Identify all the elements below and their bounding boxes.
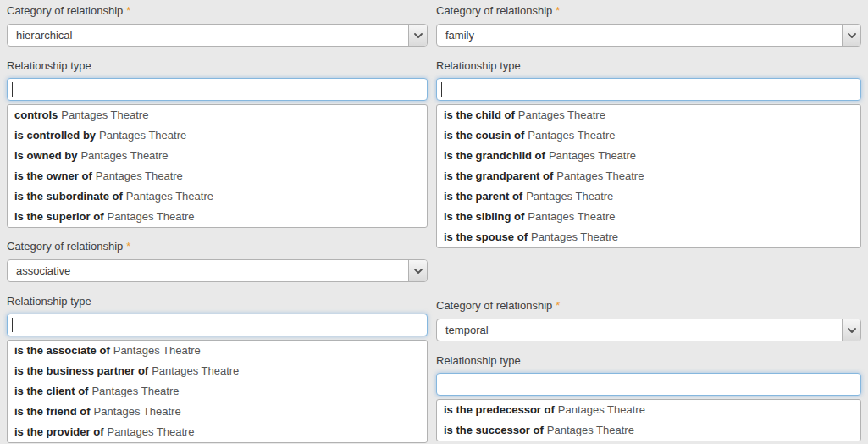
relationship-type-input[interactable]	[436, 78, 861, 101]
suggestion-item[interactable]: is the cousin ofPantages Theatre	[437, 125, 860, 146]
suggestion-target: Pantages Theatre	[113, 344, 201, 357]
suggestion-target: Pantages Theatre	[526, 190, 613, 203]
suggestion-term: is the business partner of	[14, 364, 148, 377]
text-caret	[12, 82, 13, 97]
suggestion-target: Pantages Theatre	[94, 405, 181, 418]
required-asterisk: *	[126, 4, 130, 17]
suggestion-target: Pantages Theatre	[126, 190, 213, 203]
suggestions-list: is the associate ofPantages Theatre is t…	[7, 340, 428, 443]
category-label: Category of relationship*	[436, 4, 861, 19]
suggestion-item[interactable]: is the grandparent ofPantages Theatre	[437, 166, 860, 186]
relationship-type-label: Relationship type	[7, 59, 428, 75]
suggestion-target: Pantages Theatre	[528, 129, 615, 142]
suggestion-item[interactable]: controlsPantages Theatre	[8, 105, 427, 125]
suggestion-target: Pantages Theatre	[99, 129, 186, 142]
category-select-value: hierarchical	[8, 25, 427, 46]
suggestion-item[interactable]: is the associate ofPantages Theatre	[8, 341, 427, 361]
suggestion-term: is the child of	[444, 108, 515, 121]
suggestion-term: is the associate of	[14, 344, 110, 357]
suggestion-item[interactable]: is the provider ofPantages Theatre	[8, 422, 427, 442]
suggestion-term: is the provider of	[14, 425, 103, 438]
category-label: Category of relationship*	[7, 4, 428, 19]
suggestion-term: is the sibling of	[444, 210, 524, 223]
suggestion-term: is the client of	[14, 385, 88, 397]
suggestions-list: controlsPantages Theatre is controlled b…	[7, 104, 428, 228]
relationship-form-associative: Category of relationship* associative Re…	[7, 240, 428, 443]
required-asterisk: *	[126, 240, 130, 253]
suggestion-term: is the owner of	[14, 169, 92, 182]
suggestion-item[interactable]: is the subordinate ofPantages Theatre	[8, 186, 427, 207]
category-label-text: Category of relationship	[436, 299, 552, 312]
category-select[interactable]: family	[436, 24, 861, 47]
chevron-down-icon	[842, 319, 860, 341]
suggestion-term: is the predecessor of	[444, 403, 555, 416]
suggestion-term: is the spouse of	[444, 230, 528, 243]
suggestion-target: Pantages Theatre	[91, 385, 179, 397]
suggestion-target: Pantages Theatre	[152, 364, 239, 377]
required-asterisk: *	[556, 299, 560, 312]
relationship-type-input-wrap	[7, 78, 428, 101]
relationship-type-input[interactable]	[7, 78, 428, 101]
suggestion-term: is the subordinate of	[14, 190, 123, 203]
chevron-down-icon	[408, 25, 427, 46]
suggestion-target: Pantages Theatre	[531, 230, 618, 243]
suggestion-item[interactable]: is the successor ofPantages Theatre	[437, 420, 860, 441]
suggestion-item[interactable]: is the parent ofPantages Theatre	[437, 186, 860, 207]
chevron-down-icon	[408, 260, 427, 281]
suggestion-target: Pantages Theatre	[518, 108, 605, 121]
suggestion-term: is controlled by	[14, 129, 96, 142]
suggestion-item[interactable]: is the business partner ofPantages Theat…	[8, 361, 427, 381]
category-label-text: Category of relationship	[436, 4, 552, 17]
suggestion-target: Pantages Theatre	[61, 108, 148, 121]
category-select-value: temporal	[437, 319, 860, 341]
category-label: Category of relationship*	[436, 299, 861, 314]
suggestion-term: is the successor of	[444, 424, 544, 436]
suggestion-item[interactable]: is the friend ofPantages Theatre	[8, 402, 427, 422]
suggestion-target: Pantages Theatre	[107, 210, 194, 223]
suggestion-item[interactable]: is the sibling ofPantages Theatre	[437, 207, 860, 227]
relationship-form-temporal: Category of relationship* temporal Relat…	[436, 299, 861, 441]
relationship-type-label: Relationship type	[436, 354, 861, 369]
suggestion-term: controls	[14, 108, 58, 121]
category-select-value: family	[437, 25, 860, 46]
relationship-form-family: Category of relationship* family Relatio…	[436, 4, 861, 248]
category-select[interactable]: hierarchical	[7, 24, 428, 47]
relationship-type-input-wrap	[436, 78, 861, 101]
suggestion-term: is the cousin of	[444, 129, 524, 142]
suggestion-item[interactable]: is the predecessor ofPantages Theatre	[437, 400, 860, 420]
suggestion-target: Pantages Theatre	[549, 149, 636, 162]
suggestion-item[interactable]: is the grandchild ofPantages Theatre	[437, 146, 860, 166]
suggestion-item[interactable]: is the superior ofPantages Theatre	[8, 207, 427, 227]
suggestion-item[interactable]: is owned byPantages Theatre	[8, 146, 427, 166]
category-select[interactable]: temporal	[436, 319, 861, 341]
relationship-type-input-wrap	[436, 373, 861, 396]
category-label-text: Category of relationship	[7, 4, 123, 17]
suggestion-term: is owned by	[14, 149, 77, 162]
suggestion-term: is the grandparent of	[444, 169, 553, 182]
relationship-type-label: Relationship type	[7, 295, 428, 310]
text-caret	[12, 318, 13, 332]
suggestion-item[interactable]: is the client ofPantages Theatre	[8, 381, 427, 402]
suggestions-list: is the child ofPantages Theatre is the c…	[436, 104, 861, 248]
relationship-type-input[interactable]	[436, 373, 861, 396]
suggestion-target: Pantages Theatre	[107, 425, 194, 438]
suggestion-item[interactable]: is the child ofPantages Theatre	[437, 105, 860, 125]
suggestion-target: Pantages Theatre	[96, 169, 183, 182]
suggestions-list: is the predecessor ofPantages Theatre is…	[436, 399, 861, 441]
suggestion-target: Pantages Theatre	[556, 169, 644, 182]
suggestion-term: is the superior of	[14, 210, 103, 223]
text-caret	[441, 82, 442, 97]
relationship-type-label: Relationship type	[436, 59, 861, 75]
suggestion-term: is the friend of	[14, 405, 91, 418]
suggestion-target: Pantages Theatre	[547, 424, 634, 436]
chevron-down-icon	[842, 25, 860, 46]
relationship-form-hierarchical: Category of relationship* hierarchical R…	[7, 4, 428, 228]
suggestion-item[interactable]: is the spouse ofPantages Theatre	[437, 227, 860, 247]
category-select[interactable]: associative	[7, 259, 428, 282]
suggestion-term: is the parent of	[444, 190, 522, 203]
suggestion-item[interactable]: is the owner ofPantages Theatre	[8, 166, 427, 186]
relationship-type-input[interactable]	[7, 314, 428, 336]
category-label: Category of relationship*	[7, 240, 428, 255]
suggestion-item[interactable]: is controlled byPantages Theatre	[8, 125, 427, 146]
suggestion-term: is the grandchild of	[444, 149, 545, 162]
